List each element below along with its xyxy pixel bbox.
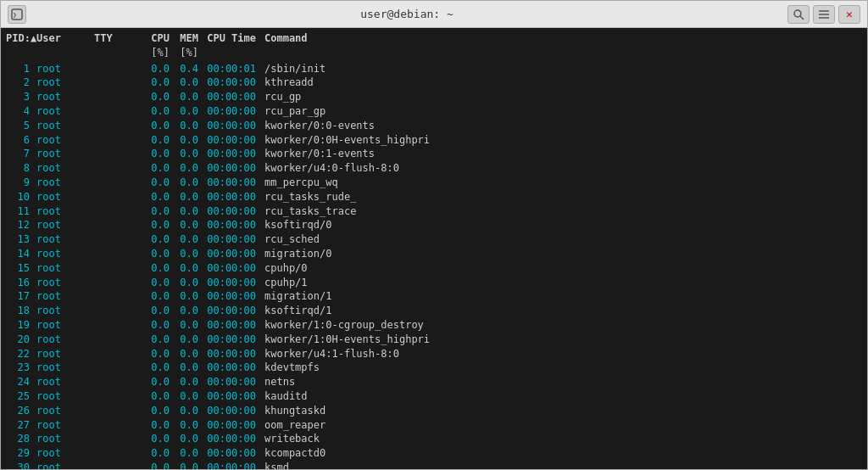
mem-cell: 0.0 bbox=[171, 276, 200, 290]
header-cputime: CPU Time bbox=[200, 31, 261, 46]
header-cputime2 bbox=[200, 46, 261, 60]
mem-cell: 0.0 bbox=[171, 90, 200, 104]
cputime-cell: 00:00:00 bbox=[200, 104, 261, 119]
tty-cell bbox=[92, 62, 139, 76]
mem-cell: 0.0 bbox=[171, 218, 200, 232]
header-tty: TTY bbox=[92, 31, 139, 46]
cputime-cell: 00:00:00 bbox=[200, 147, 261, 161]
command-cell: mm_percpu_wq bbox=[261, 176, 862, 190]
tty-cell bbox=[92, 133, 139, 148]
titlebar-left: ❯ bbox=[8, 5, 26, 24]
cputime-cell: 00:00:00 bbox=[200, 161, 261, 176]
cputime-cell: 00:00:00 bbox=[200, 289, 261, 304]
cputime-cell: 00:00:00 bbox=[200, 218, 261, 232]
user-cell: root bbox=[33, 389, 92, 404]
cputime-cell: 00:00:00 bbox=[200, 204, 261, 219]
close-button[interactable]: ✕ bbox=[838, 5, 860, 24]
cpu-cell: 0.0 bbox=[139, 190, 171, 204]
mem-cell: 0.0 bbox=[171, 76, 200, 90]
cputime-cell: 00:00:00 bbox=[200, 318, 261, 333]
table-row: 25root0.00.000:00:00kauditd bbox=[6, 389, 862, 404]
table-row: 17root0.00.000:00:00migration/1 bbox=[6, 289, 862, 304]
tty-cell bbox=[92, 389, 139, 404]
table-row: 20root0.00.000:00:00kworker/1:0H-events_… bbox=[6, 333, 862, 347]
user-cell: root bbox=[33, 119, 92, 133]
table-header-row1: PID:▲ User TTY CPU MEM CPU Time Command bbox=[6, 31, 862, 46]
cputime-cell: 00:00:00 bbox=[200, 176, 261, 190]
cputime-cell: 00:00:00 bbox=[200, 247, 261, 261]
mem-cell: 0.0 bbox=[171, 304, 200, 318]
tty-cell bbox=[92, 90, 139, 104]
tty-cell bbox=[92, 119, 139, 133]
header-user: User bbox=[33, 31, 92, 46]
cputime-cell: 00:00:00 bbox=[200, 90, 261, 104]
table-row: 9root0.00.000:00:00mm_percpu_wq bbox=[6, 176, 862, 190]
pid-cell: 2 bbox=[6, 76, 33, 90]
header-command2 bbox=[261, 46, 862, 60]
pid-cell: 12 bbox=[6, 218, 33, 232]
pid-cell: 8 bbox=[6, 161, 33, 176]
cpu-cell: 0.0 bbox=[139, 62, 171, 76]
terminal-output[interactable]: PID:▲ User TTY CPU MEM CPU Time Command … bbox=[1, 28, 867, 469]
cpu-cell: 0.0 bbox=[139, 176, 171, 190]
terminal-window: ❯ user@debian: ~ ✕ bbox=[0, 0, 868, 470]
command-cell: ksmd bbox=[261, 461, 862, 469]
cpu-cell: 0.0 bbox=[139, 276, 171, 290]
pid-cell: 16 bbox=[6, 276, 33, 290]
pid-cell: 24 bbox=[6, 375, 33, 389]
search-button[interactable] bbox=[787, 5, 810, 24]
user-cell: root bbox=[33, 104, 92, 119]
window-icon-button[interactable]: ❯ bbox=[8, 5, 26, 24]
table-row: 13root0.00.000:00:00rcu_sched bbox=[6, 232, 862, 247]
tty-cell bbox=[92, 461, 139, 469]
pid-cell: 1 bbox=[6, 62, 33, 76]
mem-cell: 0.0 bbox=[171, 104, 200, 119]
mem-cell: 0.0 bbox=[171, 119, 200, 133]
hamburger-icon bbox=[818, 10, 830, 19]
command-cell: writeback bbox=[261, 432, 862, 446]
pid-cell: 23 bbox=[6, 361, 33, 375]
user-cell: root bbox=[33, 375, 92, 389]
pid-cell: 4 bbox=[6, 104, 33, 119]
pid-cell: 3 bbox=[6, 90, 33, 104]
tty-cell bbox=[92, 218, 139, 232]
pid-cell: 30 bbox=[6, 461, 33, 469]
pid-cell: 28 bbox=[6, 432, 33, 446]
table-row: 14root0.00.000:00:00migration/0 bbox=[6, 247, 862, 261]
header-mem: MEM bbox=[171, 31, 200, 46]
command-cell: kworker/0:1-events bbox=[261, 147, 862, 161]
user-cell: root bbox=[33, 304, 92, 318]
tty-cell bbox=[92, 418, 139, 433]
user-cell: root bbox=[33, 446, 92, 461]
header-pid: PID:▲ bbox=[6, 31, 33, 46]
command-cell: kworker/0:0-events bbox=[261, 119, 862, 133]
pid-cell: 27 bbox=[6, 418, 33, 433]
cpu-cell: 0.0 bbox=[139, 446, 171, 461]
cpu-cell: 0.0 bbox=[139, 347, 171, 361]
user-cell: root bbox=[33, 289, 92, 304]
pid-cell: 17 bbox=[6, 289, 33, 304]
header-cpu2: [%] bbox=[139, 46, 171, 60]
cputime-cell: 00:00:00 bbox=[200, 76, 261, 90]
terminal-icon: ❯ bbox=[11, 8, 23, 20]
pid-cell: 20 bbox=[6, 333, 33, 347]
user-cell: root bbox=[33, 404, 92, 418]
command-cell: kworker/0:0H-events_highpri bbox=[261, 133, 862, 148]
table-row: 4root0.00.000:00:00rcu_par_gp bbox=[6, 104, 862, 119]
table-row: 28root0.00.000:00:00writeback bbox=[6, 432, 862, 446]
cpu-cell: 0.0 bbox=[139, 161, 171, 176]
menu-button[interactable] bbox=[813, 5, 835, 24]
cputime-cell: 00:00:00 bbox=[200, 432, 261, 446]
table-row: 23root0.00.000:00:00kdevtmpfs bbox=[6, 361, 862, 375]
user-cell: root bbox=[33, 76, 92, 90]
pid-cell: 22 bbox=[6, 347, 33, 361]
header-tty2 bbox=[92, 46, 139, 60]
command-cell: cpuhp/1 bbox=[261, 276, 862, 290]
tty-cell bbox=[92, 76, 139, 90]
cpu-cell: 0.0 bbox=[139, 147, 171, 161]
titlebar: ❯ user@debian: ~ ✕ bbox=[1, 1, 867, 28]
pid-cell: 13 bbox=[6, 232, 33, 247]
command-cell: kauditd bbox=[261, 389, 862, 404]
table-row: 11root0.00.000:00:00rcu_tasks_trace bbox=[6, 204, 862, 219]
user-cell: root bbox=[33, 218, 92, 232]
